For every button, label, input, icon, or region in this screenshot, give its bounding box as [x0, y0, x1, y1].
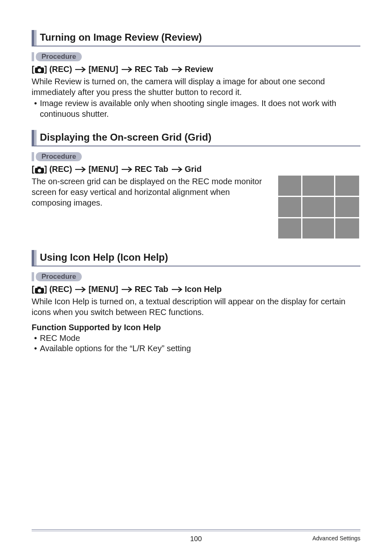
section-title: Using Icon Help (Icon Help): [40, 250, 168, 266]
procedure-bar: [32, 52, 34, 61]
section-heading: Using Icon Help (Icon Help): [32, 250, 360, 266]
list-item: Available options for the “L/R Key” sett…: [34, 343, 360, 354]
path-text: Grid: [185, 164, 202, 174]
procedure-label: Procedure: [40, 272, 82, 281]
body-text: While Icon Help is turned on, a textual …: [32, 296, 360, 317]
menu-path: [] (REC) [MENU] REC Tab Grid: [32, 164, 360, 174]
footer-rule-thin: [32, 531, 360, 532]
section-heading: Displaying the On-screen Grid (Grid): [32, 130, 360, 146]
procedure-bar: [32, 272, 34, 281]
arrow-icon: [121, 286, 132, 293]
section-title: Turning on Image Review (Review): [40, 30, 202, 46]
menu-path: [] (REC) [MENU] REC Tab Review: [32, 65, 360, 74]
arrow-icon: [171, 286, 182, 293]
heading-bar-light: [34, 130, 37, 146]
procedure-curve: [36, 152, 40, 161]
heading-bar-light: [34, 30, 37, 46]
list-item: Image review is available only when shoo…: [34, 98, 360, 119]
path-segment: [] (REC): [32, 164, 72, 174]
menu-path: [] (REC) [MENU] REC Tab Icon Help: [32, 285, 360, 294]
procedure-bar: [32, 152, 34, 161]
procedure-tag: Procedure: [32, 272, 360, 281]
grid-section-row: The on-screen grid can be displayed on t…: [32, 176, 360, 238]
list-item: REC Mode: [34, 333, 360, 344]
arrow-icon: [74, 66, 86, 73]
path-text: [MENU]: [88, 164, 118, 174]
arrow-icon: [171, 166, 182, 173]
heading-bar-light: [34, 250, 37, 266]
path-text: (REC): [49, 164, 72, 174]
footer-label: Advanced Settings: [312, 535, 360, 542]
arrow-icon: [74, 286, 86, 293]
procedure-tag: Procedure: [32, 152, 360, 161]
footer-rule: [32, 529, 360, 530]
path-text: [MENU]: [88, 65, 118, 74]
camera-icon: [35, 166, 44, 174]
body-text: The on-screen grid can be displayed on t…: [32, 176, 263, 208]
camera-icon: [35, 66, 44, 74]
arrow-icon: [74, 166, 86, 173]
procedure-label: Procedure: [40, 152, 82, 161]
procedure-tag: Procedure: [32, 52, 360, 61]
body-text: While Review is turned on, the camera wi…: [32, 76, 360, 97]
path-text: Icon Help: [185, 285, 222, 294]
camera-icon: [35, 286, 44, 294]
procedure-curve: [36, 272, 40, 281]
path-text: REC Tab: [135, 285, 168, 294]
grid-illustration: [278, 176, 360, 238]
path-text: (REC): [49, 285, 72, 294]
arrow-icon: [121, 166, 132, 173]
procedure-curve: [36, 52, 40, 61]
section-heading: Turning on Image Review (Review): [32, 30, 360, 46]
section-title: Displaying the On-screen Grid (Grid): [40, 130, 211, 146]
subheading: Function Supported by Icon Help: [32, 323, 360, 332]
path-text: Review: [185, 65, 213, 74]
path-text: REC Tab: [135, 164, 168, 174]
path-segment: [] (REC): [32, 285, 72, 294]
arrow-icon: [121, 66, 132, 73]
page-footer: 100 Advanced Settings: [32, 529, 360, 542]
arrow-icon: [171, 66, 182, 73]
bullet-list: Image review is available only when shoo…: [32, 98, 360, 119]
path-text: (REC): [49, 65, 72, 74]
path-text: REC Tab: [135, 65, 168, 74]
procedure-label: Procedure: [40, 52, 82, 61]
path-segment: [] (REC): [32, 65, 72, 74]
path-text: [MENU]: [88, 285, 118, 294]
page-number: 100: [190, 535, 202, 543]
bullet-list: REC Mode Available options for the “L/R …: [32, 333, 360, 354]
